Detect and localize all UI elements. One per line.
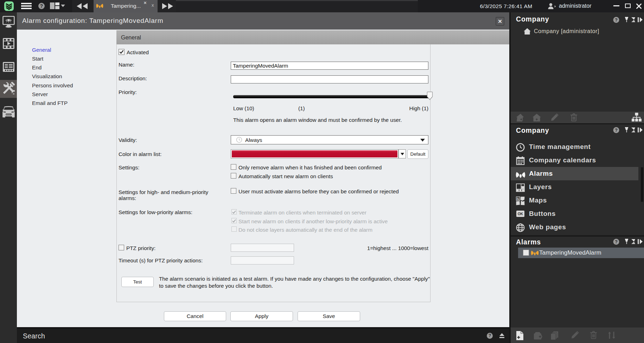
svg-text:N̂: N̂ xyxy=(517,197,519,200)
